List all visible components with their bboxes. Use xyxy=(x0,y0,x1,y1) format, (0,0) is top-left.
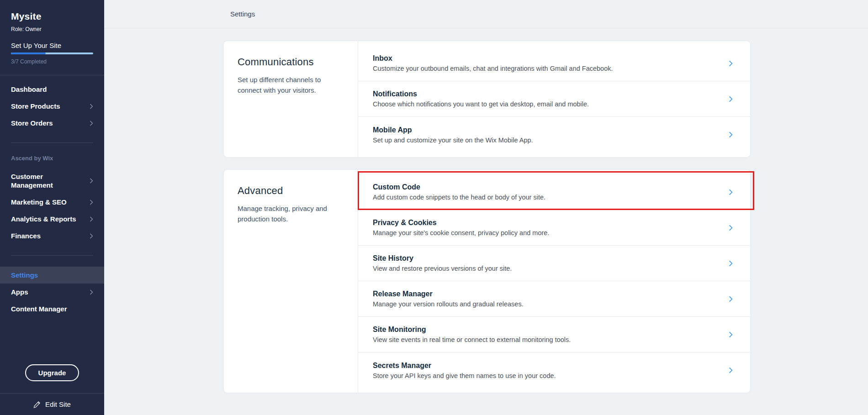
sidebar-menu-bottom: SettingsAppsContent Manager xyxy=(0,261,104,323)
item-description: Store your API keys and give them names … xyxy=(373,372,729,379)
item-title: Site Monitoring xyxy=(373,326,729,334)
sidebar-item-label: Store Products xyxy=(11,102,60,110)
sidebar-item-label: Customer Management xyxy=(11,172,77,189)
item-text: Secrets ManagerStore your API keys and g… xyxy=(373,362,729,379)
sidebar-item-label: Dashboard xyxy=(11,85,47,94)
item-text: NotificationsChoose which notifications … xyxy=(373,90,729,108)
sidebar-item-store-orders[interactable]: Store Orders xyxy=(0,115,104,131)
item-description: Choose which notifications you want to g… xyxy=(373,100,729,108)
item-text: Release ManagerManage your version rollo… xyxy=(373,290,729,308)
chevron-right-icon xyxy=(729,367,733,373)
pencil-icon xyxy=(33,401,41,408)
item-title: Notifications xyxy=(373,90,729,98)
section-intro: CommunicationsSet up different channels … xyxy=(224,41,358,157)
settings-item-mobile-app[interactable]: Mobile AppSet up and customize your site… xyxy=(358,117,750,152)
item-title: Inbox xyxy=(373,54,729,63)
item-description: Add custom code snippets to the head or … xyxy=(373,194,729,201)
chevron-right-icon xyxy=(90,104,93,109)
item-text: Mobile AppSet up and customize your site… xyxy=(373,126,729,144)
section-items: InboxCustomize your outbound emails, cha… xyxy=(358,41,750,157)
sidebar-item-store-products[interactable]: Store Products xyxy=(0,98,104,115)
sidebar-item-label: Marketing & SEO xyxy=(11,198,67,206)
topbar: Settings xyxy=(104,0,868,28)
section-description: Set up different channels to connect wit… xyxy=(238,75,342,95)
sidebar: Mysite Role: Owner Set Up Your Site 3/7 … xyxy=(0,0,104,415)
item-title: Secrets Manager xyxy=(373,362,729,370)
sidebar-item-label: Store Orders xyxy=(11,119,53,127)
main-content: CommunicationsSet up different channels … xyxy=(104,28,868,415)
section-title: Advanced xyxy=(238,185,344,197)
sidebar-divider xyxy=(11,142,93,143)
item-title: Mobile App xyxy=(373,126,729,134)
sidebar-item-apps[interactable]: Apps xyxy=(0,284,104,300)
sidebar-menu-top: DashboardStore ProductsStore Orders xyxy=(0,75,104,137)
item-description: Manage your site's cookie consent, priva… xyxy=(373,229,729,236)
setup-title: Set Up Your Site xyxy=(11,42,93,49)
sidebar-item-analytics-and-reports[interactable]: Analytics & Reports xyxy=(0,210,104,227)
item-title: Release Manager xyxy=(373,290,729,298)
chevron-right-icon xyxy=(90,200,93,205)
edit-site-label: Edit Site xyxy=(45,400,71,408)
sidebar-header: Mysite Role: Owner Set Up Your Site 3/7 … xyxy=(0,0,104,65)
settings-item-notifications[interactable]: NotificationsChoose which notifications … xyxy=(358,81,750,117)
settings-card-communications: CommunicationsSet up different channels … xyxy=(224,41,750,157)
section-description: Manage tracking, privacy and production … xyxy=(238,204,342,224)
chevron-right-icon xyxy=(90,216,93,222)
sidebar-item-label: Settings xyxy=(11,271,38,279)
chevron-right-icon xyxy=(729,60,733,67)
sidebar-item-label: Analytics & Reports xyxy=(11,215,76,223)
settings-item-custom-code[interactable]: Custom CodeAdd custom code snippets to t… xyxy=(358,174,750,210)
upgrade-button[interactable]: Upgrade xyxy=(25,364,79,381)
settings-item-release-manager[interactable]: Release ManagerManage your version rollo… xyxy=(358,281,750,317)
chevron-right-icon xyxy=(729,331,733,338)
sidebar-divider xyxy=(11,255,93,256)
sidebar-item-label: Content Manager xyxy=(11,305,67,313)
item-text: Custom CodeAdd custom code snippets to t… xyxy=(373,183,729,201)
item-text: Privacy & CookiesManage your site's cook… xyxy=(373,219,729,236)
settings-item-site-monitoring[interactable]: Site MonitoringView site events in real … xyxy=(358,317,750,352)
item-description: Customize your outbound emails, chat and… xyxy=(373,65,729,72)
item-description: View site events in real time or connect… xyxy=(373,336,729,343)
section-title: Communications xyxy=(238,56,344,68)
sidebar-item-finances[interactable]: Finances xyxy=(0,227,104,244)
sidebar-section-label: Ascend by Wix xyxy=(0,148,104,163)
sidebar-menu-middle: Customer ManagementMarketing & SEOAnalyt… xyxy=(0,163,104,250)
settings-item-privacy-and-cookies[interactable]: Privacy & CookiesManage your site's cook… xyxy=(358,210,750,246)
setup-progress-label: 3/7 Completed xyxy=(11,58,93,65)
chevron-right-icon xyxy=(90,178,93,184)
page-title: Settings xyxy=(104,10,255,18)
setup-progress-bar xyxy=(11,53,93,54)
item-title: Privacy & Cookies xyxy=(373,219,729,227)
sidebar-item-marketing-and-seo[interactable]: Marketing & SEO xyxy=(0,194,104,210)
sidebar-item-content-manager[interactable]: Content Manager xyxy=(0,300,104,317)
item-text: Site MonitoringView site events in real … xyxy=(373,326,729,343)
item-description: View and restore previous versions of yo… xyxy=(373,265,729,272)
sidebar-spacer xyxy=(0,323,104,364)
sidebar-item-dashboard[interactable]: Dashboard xyxy=(0,81,104,98)
item-text: Site HistoryView and restore previous ve… xyxy=(373,254,729,272)
settings-item-secrets-manager[interactable]: Secrets ManagerStore your API keys and g… xyxy=(358,352,750,388)
chevron-right-icon xyxy=(729,189,733,195)
item-text: InboxCustomize your outbound emails, cha… xyxy=(373,54,729,72)
chevron-right-icon xyxy=(90,289,93,295)
item-description: Manage your version rollouts and gradual… xyxy=(373,300,729,308)
chevron-right-icon xyxy=(90,121,93,126)
section-intro: AdvancedManage tracking, privacy and pro… xyxy=(224,170,358,393)
setup-progress-fill xyxy=(11,53,46,54)
sidebar-item-settings[interactable]: Settings xyxy=(0,267,104,284)
chevron-right-icon xyxy=(90,233,93,239)
settings-item-site-history[interactable]: Site HistoryView and restore previous ve… xyxy=(358,246,750,281)
sidebar-item-label: Finances xyxy=(11,231,41,240)
chevron-right-icon xyxy=(729,296,733,302)
item-title: Custom Code xyxy=(373,183,729,191)
edit-site-button[interactable]: Edit Site xyxy=(0,393,104,415)
settings-card-advanced: AdvancedManage tracking, privacy and pro… xyxy=(224,170,750,393)
chevron-right-icon xyxy=(729,131,733,138)
settings-item-inbox[interactable]: InboxCustomize your outbound emails, cha… xyxy=(358,46,750,81)
chevron-right-icon xyxy=(729,96,733,102)
content-area: Settings CommunicationsSet up different … xyxy=(104,0,868,415)
item-description: Set up and customize your site on the Wi… xyxy=(373,137,729,144)
sidebar-item-customer-management[interactable]: Customer Management xyxy=(0,168,104,194)
sidebar-item-label: Apps xyxy=(11,288,28,296)
section-items: Custom CodeAdd custom code snippets to t… xyxy=(358,170,750,393)
